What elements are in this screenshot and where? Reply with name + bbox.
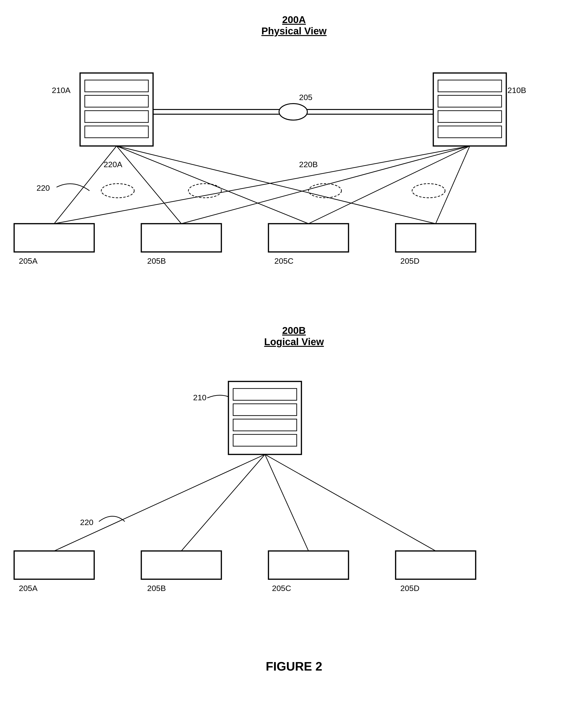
svg-rect-4	[85, 126, 149, 138]
svg-text:205B: 205B	[147, 584, 166, 593]
svg-text:220A: 220A	[104, 160, 122, 169]
svg-point-37	[308, 184, 342, 198]
svg-rect-7	[438, 95, 502, 107]
page: 200A Physical View 205 210A 210B 220A 22…	[0, 0, 588, 704]
physical-view-title: 200A Physical View	[0, 14, 588, 37]
svg-rect-41	[233, 404, 297, 416]
top-diagram-title: Physical View	[0, 25, 588, 37]
svg-line-34	[436, 146, 470, 224]
svg-rect-22	[396, 224, 476, 252]
svg-rect-42	[233, 419, 297, 431]
svg-line-55	[181, 455, 265, 551]
svg-text:220: 220	[37, 183, 50, 192]
top-diagram-number: 200A	[0, 14, 588, 25]
svg-line-56	[265, 455, 308, 551]
svg-rect-46	[14, 551, 94, 579]
svg-text:205D: 205D	[400, 584, 419, 593]
svg-rect-2	[85, 95, 149, 107]
svg-text:205B: 205B	[147, 256, 166, 266]
svg-point-12	[279, 104, 307, 120]
svg-text:210B: 210B	[508, 86, 526, 95]
bottom-diagram-title: Logical View	[0, 336, 588, 348]
svg-text:210A: 210A	[52, 86, 71, 95]
svg-line-30	[117, 146, 436, 224]
svg-rect-1	[85, 80, 149, 92]
svg-text:205A: 205A	[19, 256, 38, 266]
svg-rect-3	[85, 111, 149, 122]
physical-view-diagram: 205 210A 210B 220A 220B 220 205A 205B 20…	[0, 52, 588, 299]
svg-text:205C: 205C	[272, 584, 291, 593]
svg-text:220B: 220B	[299, 160, 318, 169]
svg-rect-19	[14, 224, 94, 252]
figure-label: FIGURE 2	[0, 659, 588, 673]
svg-rect-6	[438, 80, 502, 92]
svg-rect-43	[233, 434, 297, 446]
svg-line-32	[181, 146, 470, 224]
svg-rect-49	[396, 551, 476, 579]
svg-text:205C: 205C	[274, 256, 293, 266]
svg-rect-48	[269, 551, 349, 579]
svg-rect-8	[438, 111, 502, 122]
svg-rect-21	[269, 224, 349, 252]
svg-line-31	[54, 146, 470, 224]
svg-rect-9	[438, 126, 502, 138]
bottom-diagram-number: 200B	[0, 325, 588, 336]
svg-text:205: 205	[299, 93, 312, 102]
svg-rect-40	[233, 389, 297, 400]
svg-text:210: 210	[193, 393, 207, 402]
svg-line-29	[117, 146, 308, 224]
logical-view-diagram: 210 220 205A 205B 205C 205D	[0, 370, 588, 636]
svg-text:205D: 205D	[400, 256, 419, 266]
svg-line-57	[265, 455, 436, 551]
svg-rect-20	[141, 224, 221, 252]
svg-text:205A: 205A	[19, 584, 38, 593]
logical-view-title: 200B Logical View	[0, 325, 588, 348]
svg-line-54	[54, 455, 265, 551]
svg-rect-47	[141, 551, 221, 579]
svg-text:220: 220	[80, 518, 94, 527]
svg-point-35	[101, 184, 134, 198]
svg-point-38	[412, 184, 445, 198]
